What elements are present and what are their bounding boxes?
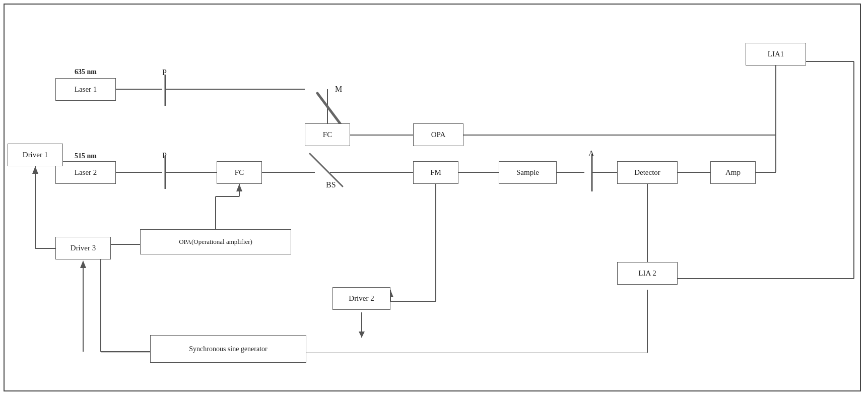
label-635nm: 635 nm bbox=[75, 68, 97, 76]
driver3-box: Driver 3 bbox=[55, 237, 111, 259]
sample-box: Sample bbox=[499, 161, 557, 184]
opa-operational-box: OPA(Operational amplifier) bbox=[140, 229, 291, 254]
fc2-box: FC bbox=[305, 123, 350, 146]
laser2-box: Laser 2 bbox=[55, 161, 116, 184]
diagram: Laser 1 Laser 2 Driver 1 Driver 3 FC FC … bbox=[0, 0, 868, 396]
laser1-box: Laser 1 bbox=[55, 78, 116, 101]
amp-box: Amp bbox=[710, 161, 756, 184]
svg-marker-41 bbox=[236, 184, 242, 191]
svg-marker-44 bbox=[32, 166, 38, 174]
label-BS: BS bbox=[326, 180, 336, 189]
svg-rect-0 bbox=[4, 4, 860, 391]
label-A: A bbox=[588, 149, 594, 158]
svg-marker-51 bbox=[80, 260, 86, 268]
lia2-box: LIA 2 bbox=[617, 262, 678, 285]
fm-box: FM bbox=[413, 161, 458, 184]
opa1-box: OPA bbox=[413, 123, 463, 146]
detector-box: Detector bbox=[617, 161, 678, 184]
sync-gen-box: Synchronous sine generator bbox=[150, 335, 306, 363]
connection-lines bbox=[0, 0, 868, 396]
label-515nm: 515 nm bbox=[75, 152, 97, 160]
label-P1: P bbox=[162, 68, 167, 77]
fc1-box: FC bbox=[217, 161, 262, 184]
driver1-box: Driver 1 bbox=[8, 144, 63, 166]
lia1-box: LIA1 bbox=[746, 43, 806, 65]
label-P2: P bbox=[162, 151, 167, 160]
svg-marker-34 bbox=[359, 332, 365, 338]
driver2-box: Driver 2 bbox=[332, 287, 390, 310]
label-M: M bbox=[335, 85, 342, 94]
